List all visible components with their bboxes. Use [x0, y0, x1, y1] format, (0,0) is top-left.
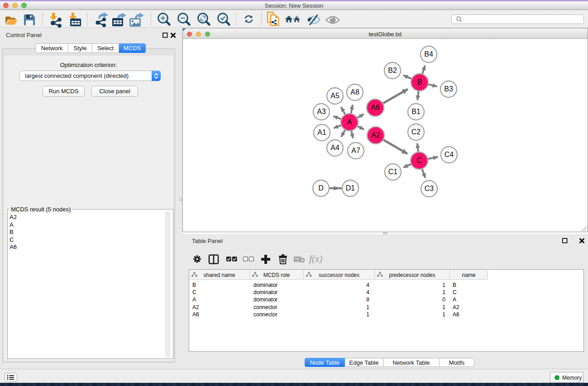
svg-text:B: B — [417, 78, 422, 86]
svg-text:D: D — [318, 184, 324, 192]
svg-text:A8: A8 — [350, 88, 359, 96]
svg-text:B4: B4 — [424, 50, 433, 58]
svg-text:A5: A5 — [330, 92, 339, 100]
svg-text:D1: D1 — [346, 184, 355, 192]
svg-text:A: A — [347, 118, 352, 126]
svg-text:C3: C3 — [425, 185, 434, 192]
svg-text:A6: A6 — [371, 104, 380, 111]
svg-text:C1: C1 — [388, 168, 398, 176]
svg-text:A7: A7 — [351, 147, 360, 154]
svg-text:B3: B3 — [444, 85, 453, 93]
svg-text:A1: A1 — [317, 129, 326, 136]
svg-text:A4: A4 — [330, 144, 339, 152]
svg-text:A3: A3 — [317, 108, 326, 115]
svg-text:B2: B2 — [388, 67, 397, 74]
svg-text:A2: A2 — [371, 131, 380, 139]
svg-text:C2: C2 — [411, 128, 421, 136]
svg-text:C4: C4 — [445, 151, 454, 158]
svg-text:C: C — [416, 157, 422, 164]
svg-text:B1: B1 — [411, 108, 421, 115]
